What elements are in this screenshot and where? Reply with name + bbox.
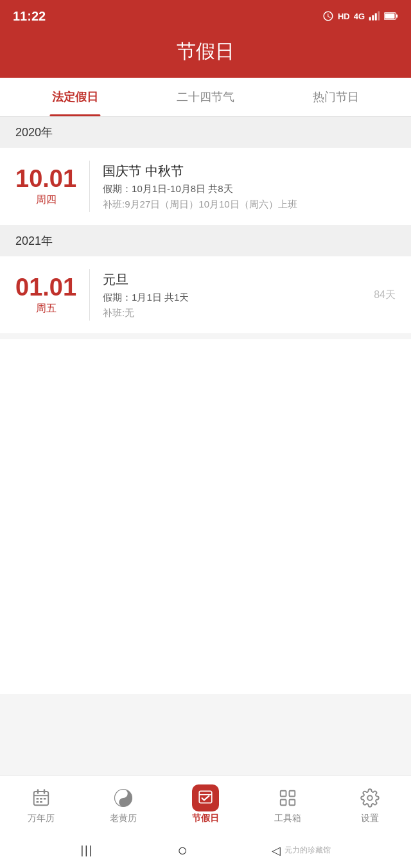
svg-rect-1: [372, 15, 374, 21]
holiday-period-newyear: 假期：1月1日 共1天: [103, 292, 396, 304]
status-icons: HD 4G: [322, 10, 398, 22]
svg-rect-24: [290, 800, 295, 806]
svg-rect-5: [396, 14, 398, 17]
svg-point-18: [122, 801, 125, 804]
page-title: 节假日: [0, 39, 411, 65]
tab-solar-terms[interactable]: 二十四节气: [157, 78, 254, 116]
svg-rect-3: [378, 12, 380, 21]
holiday-date-newyear: 01.01 周五: [15, 269, 76, 321]
holiday-date-national: 10.01 周四: [15, 161, 76, 212]
tab-popular-holiday[interactable]: 热门节日: [293, 78, 378, 116]
year-header-2021: 2021年: [0, 226, 411, 256]
svg-rect-6: [385, 13, 394, 19]
date-number-newyear: 01.01: [15, 275, 76, 299]
holiday-name-national: 国庆节 中秋节: [103, 163, 396, 180]
sys-nav-recent-area[interactable]: ◁ 元力的珍藏馆: [272, 844, 331, 858]
date-weekday-national: 周四: [36, 193, 57, 207]
svg-rect-0: [369, 17, 371, 21]
yin-yang-icon: [112, 786, 135, 810]
tab-legal-holiday[interactable]: 法定假日: [33, 78, 118, 116]
sys-nav-recent[interactable]: ◁: [272, 844, 281, 858]
nav-label-almanac: 老黄历: [110, 813, 137, 824]
holiday-makeup-national: 补班:9月27日（周日）10月10日（周六）上班: [103, 199, 396, 211]
svg-rect-14: [37, 801, 39, 803]
app-header: 节假日: [0, 32, 411, 78]
bottom-nav: 万年历 老黄历 节假日: [0, 775, 411, 833]
svg-point-25: [367, 795, 372, 801]
status-bar: 11:22 HD 4G: [0, 0, 411, 32]
nav-label-holiday: 节假日: [192, 813, 219, 824]
hd-label: HD: [338, 12, 350, 21]
battery-icon: [384, 12, 398, 21]
svg-rect-21: [281, 791, 286, 797]
nav-item-tools[interactable]: 工具箱: [247, 786, 329, 824]
holiday-icon: [194, 786, 217, 810]
system-nav-bar: ||| ○ ◁ 元力的珍藏馆: [0, 833, 411, 868]
svg-rect-19: [199, 791, 212, 802]
tools-icon: [276, 786, 299, 810]
svg-rect-22: [290, 791, 295, 797]
svg-rect-2: [375, 13, 377, 21]
holiday-name-newyear: 元旦: [103, 271, 396, 288]
nav-item-holiday[interactable]: 节假日: [164, 786, 247, 824]
holiday-makeup-newyear: 补班:无: [103, 307, 396, 319]
sys-nav-home[interactable]: ○: [177, 840, 188, 860]
svg-rect-12: [40, 798, 42, 800]
holiday-item-new-year: 01.01 周五 元旦 假期：1月1日 共1天 补班:无 84天: [0, 256, 411, 334]
divider-newyear: [89, 269, 90, 321]
svg-rect-13: [44, 798, 46, 800]
date-number-national: 10.01: [15, 166, 76, 191]
holiday-period-national: 假期：10月1日-10月8日 共8天: [103, 183, 396, 195]
nav-label-calendar: 万年历: [28, 813, 55, 824]
alarm-icon: [322, 10, 334, 22]
year-header-2020: 2020年: [0, 117, 411, 148]
sys-nav-back[interactable]: |||: [80, 844, 93, 857]
holiday-item-national-day: 10.01 周四 国庆节 中秋节 假期：10月1日-10月8日 共8天 补班:9…: [0, 148, 411, 226]
tab-bar: 法定假日 二十四节气 热门节日: [0, 78, 411, 117]
watermark: 元力的珍藏馆: [284, 845, 331, 856]
divider-national: [89, 161, 90, 212]
settings-icon: [358, 786, 381, 810]
content-spacer: [0, 334, 411, 694]
nav-item-almanac[interactable]: 老黄历: [82, 786, 164, 824]
svg-point-17: [122, 792, 125, 795]
status-time: 11:22: [13, 9, 46, 24]
calendar-icon: [30, 786, 53, 810]
nav-item-calendar[interactable]: 万年历: [0, 786, 82, 824]
content-area: 2020年 10.01 周四 国庆节 中秋节 假期：10月1日-10月8日 共8…: [0, 117, 411, 775]
nav-item-settings[interactable]: 设置: [329, 786, 411, 824]
holiday-info-national: 国庆节 中秋节 假期：10月1日-10月8日 共8天 补班:9月27日（周日）1…: [103, 161, 396, 212]
svg-rect-23: [281, 800, 286, 806]
holiday-countdown-newyear: 84天: [374, 288, 396, 302]
date-weekday-newyear: 周五: [36, 302, 57, 315]
svg-rect-15: [40, 801, 42, 803]
nav-label-settings: 设置: [361, 813, 379, 824]
signal-icon: [369, 10, 380, 22]
svg-rect-11: [37, 798, 39, 800]
holiday-info-newyear: 元旦 假期：1月1日 共1天 补班:无: [103, 269, 396, 321]
nav-label-tools: 工具箱: [274, 813, 301, 824]
network-label: 4G: [354, 12, 365, 21]
